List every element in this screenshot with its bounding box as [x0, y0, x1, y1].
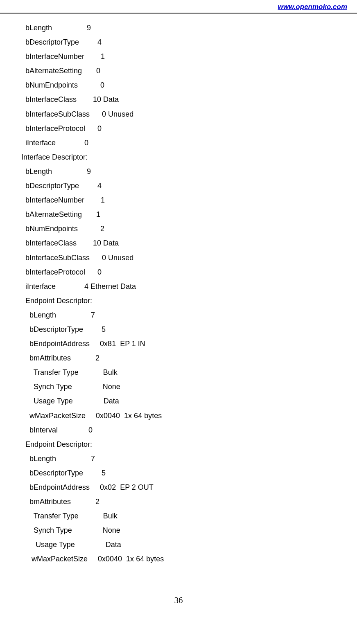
- descriptor-content: bLength 9 bDescriptorType 4 bInterfaceNu…: [0, 21, 357, 567]
- descriptor-line: bEndpointAddress 0x81 EP 1 IN: [21, 337, 357, 351]
- descriptor-line: bLength 9: [21, 164, 357, 179]
- descriptor-line: bInterfaceClass 10 Data: [21, 92, 357, 107]
- descriptor-line: bEndpointAddress 0x02 EP 2 OUT: [21, 480, 357, 495]
- descriptor-line: bInterfaceProtocol 0: [21, 122, 357, 136]
- descriptor-line: iInterface 0: [21, 136, 357, 150]
- descriptor-line: Usage Type Data: [21, 394, 357, 408]
- descriptor-line: bInterfaceClass 10 Data: [21, 236, 357, 250]
- descriptor-line: bDescriptorType 4: [21, 179, 357, 193]
- descriptor-line: Usage Type Data: [21, 538, 357, 552]
- header: www.openmoko.com: [0, 0, 357, 13]
- page-number: 36: [0, 595, 357, 614]
- descriptor-line: Interface Descriptor:: [21, 150, 357, 164]
- descriptor-line: bAlternateSetting 0: [21, 64, 357, 78]
- descriptor-line: bDescriptorType 5: [21, 466, 357, 480]
- descriptor-line: bInterfaceProtocol 0: [21, 265, 357, 279]
- descriptor-line: bLength 9: [21, 21, 357, 35]
- descriptor-line: bmAttributes 2: [21, 351, 357, 365]
- descriptor-line: bNumEndpoints 0: [21, 78, 357, 92]
- descriptor-line: bLength 7: [21, 308, 357, 322]
- descriptor-line: bLength 7: [21, 452, 357, 466]
- descriptor-line: bInterfaceNumber 1: [21, 50, 357, 64]
- descriptor-line: bmAttributes 2: [21, 495, 357, 509]
- descriptor-line: Endpoint Descriptor:: [21, 294, 357, 308]
- descriptor-line: bInterval 0: [21, 423, 357, 437]
- header-link[interactable]: www.openmoko.com: [278, 3, 347, 11]
- descriptor-line: bInterfaceNumber 1: [21, 193, 357, 207]
- descriptor-line: bAlternateSetting 1: [21, 207, 357, 222]
- descriptor-line: bDescriptorType 5: [21, 322, 357, 337]
- header-divider: [0, 13, 357, 14]
- descriptor-line: bNumEndpoints 2: [21, 222, 357, 236]
- descriptor-line: Transfer Type Bulk: [21, 365, 357, 380]
- descriptor-line: Synch Type None: [21, 523, 357, 538]
- descriptor-line: wMaxPacketSize 0x0040 1x 64 bytes: [21, 409, 357, 423]
- descriptor-line: bDescriptorType 4: [21, 35, 357, 50]
- descriptor-line: Synch Type None: [21, 380, 357, 394]
- descriptor-line: Transfer Type Bulk: [21, 509, 357, 523]
- descriptor-line: iInterface 4 Ethernet Data: [21, 279, 357, 294]
- descriptor-line: bInterfaceSubClass 0 Unused: [21, 251, 357, 265]
- descriptor-line: wMaxPacketSize 0x0040 1x 64 bytes: [21, 552, 357, 566]
- descriptor-line: Endpoint Descriptor:: [21, 437, 357, 452]
- descriptor-line: bInterfaceSubClass 0 Unused: [21, 107, 357, 122]
